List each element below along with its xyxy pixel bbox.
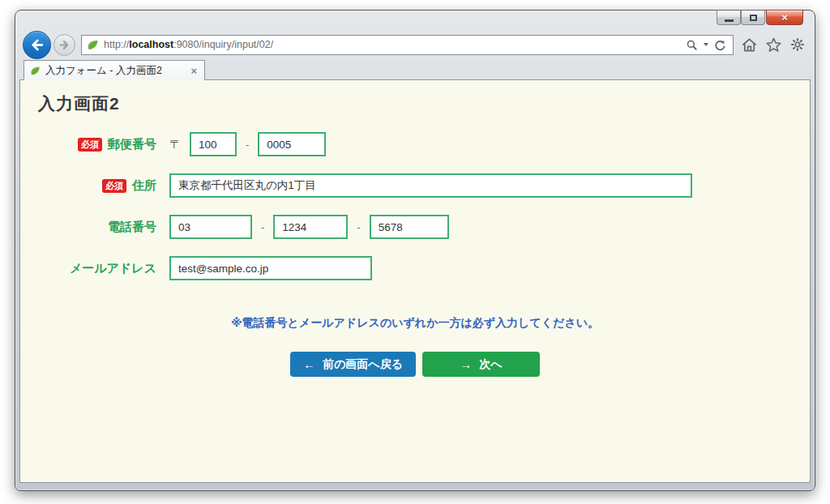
postal-code-input-1[interactable]: [190, 132, 237, 156]
form-row-email: メールアドレス: [20, 256, 810, 280]
input-form: 必須 郵便番号 〒 - 必須 住所: [20, 132, 810, 280]
postal-code-input-2[interactable]: [258, 132, 326, 156]
window-controls: ×: [717, 10, 803, 25]
restore-button[interactable]: [741, 10, 765, 25]
button-row: ← 前の画面へ戻る → 次へ: [20, 352, 810, 377]
browser-toolbar-icons: [742, 37, 805, 52]
address-bar-tools: [686, 39, 728, 51]
search-icon: [686, 39, 698, 51]
refresh-button[interactable]: [714, 39, 726, 51]
tab-title: 入力フォーム - 入力画面2: [45, 64, 184, 78]
page-title: 入力画面2: [38, 92, 810, 115]
restore-icon: [750, 15, 757, 21]
previous-screen-button[interactable]: ← 前の画面へ戻る: [290, 352, 416, 377]
tab-close-icon[interactable]: ×: [189, 65, 199, 77]
form-row-address: 必須 住所: [20, 173, 810, 198]
phone-label: 電話番号: [108, 220, 156, 235]
url-host: localhost: [129, 39, 173, 50]
form-row-postal-code: 必須 郵便番号 〒 -: [20, 132, 810, 156]
forward-button[interactable]: [53, 34, 75, 56]
refresh-icon: [714, 39, 726, 51]
url-path: :9080/inquiry/input/02/: [173, 39, 273, 50]
email-input[interactable]: [169, 256, 372, 280]
email-label: メールアドレス: [70, 261, 156, 276]
browser-window: × http://localhost:9080/inquiry/input/02…: [15, 10, 815, 491]
right-arrow-icon: →: [460, 357, 472, 371]
phone-input-3[interactable]: [370, 215, 449, 239]
minimize-button[interactable]: [717, 10, 741, 25]
address-label: 住所: [132, 178, 156, 194]
close-button[interactable]: ×: [766, 10, 803, 25]
back-button[interactable]: [23, 31, 51, 59]
minimize-icon: [725, 19, 734, 22]
tab-input-form[interactable]: 入力フォーム - 入力画面2 ×: [24, 60, 205, 80]
close-icon: ×: [781, 11, 788, 23]
url-text: http://localhost:9080/inquiry/input/02/: [104, 39, 273, 50]
address-bar[interactable]: http://localhost:9080/inquiry/input/02/: [81, 35, 734, 55]
required-badge: 必須: [102, 179, 126, 193]
forward-arrow-icon: [58, 39, 71, 51]
phone-input-2[interactable]: [273, 215, 348, 239]
postal-mark-symbol: 〒: [169, 137, 182, 152]
spring-leaf-favicon: [87, 39, 99, 51]
validation-note: ※電話番号とメールアドレスのいずれか一方は必ず入力してください。: [20, 316, 810, 331]
home-button[interactable]: [742, 38, 757, 52]
favorites-button[interactable]: [766, 37, 781, 52]
left-arrow-icon: ←: [303, 357, 315, 371]
phone-input-1[interactable]: [169, 215, 252, 239]
required-badge: 必須: [78, 138, 102, 152]
postal-code-label: 郵便番号: [108, 137, 156, 152]
home-icon: [742, 38, 757, 52]
address-input[interactable]: [169, 173, 692, 198]
separator: -: [261, 221, 264, 233]
search-dropdown-icon[interactable]: [704, 43, 708, 46]
page-content: 入力画面2 必須 郵便番号 〒 - 必須 住所: [19, 79, 811, 483]
spring-leaf-tab-icon: [30, 66, 41, 76]
url-scheme: http://: [104, 39, 129, 50]
back-arrow-icon: [29, 37, 45, 53]
previous-screen-button-label: 前の画面へ戻る: [323, 357, 403, 372]
navigation-bar: http://localhost:9080/inquiry/input/02/: [15, 32, 815, 59]
gear-icon: [790, 37, 805, 52]
separator: -: [246, 139, 249, 151]
tab-bar: 入力フォーム - 入力画面2 ×: [15, 59, 815, 79]
next-button[interactable]: → 次へ: [422, 352, 540, 377]
star-icon: [766, 37, 781, 52]
title-bar[interactable]: ×: [15, 11, 815, 32]
separator: -: [357, 221, 360, 233]
tools-button[interactable]: [790, 37, 805, 52]
search-button[interactable]: [686, 39, 698, 51]
form-row-phone: 電話番号 - -: [20, 215, 810, 239]
next-button-label: 次へ: [479, 357, 502, 372]
